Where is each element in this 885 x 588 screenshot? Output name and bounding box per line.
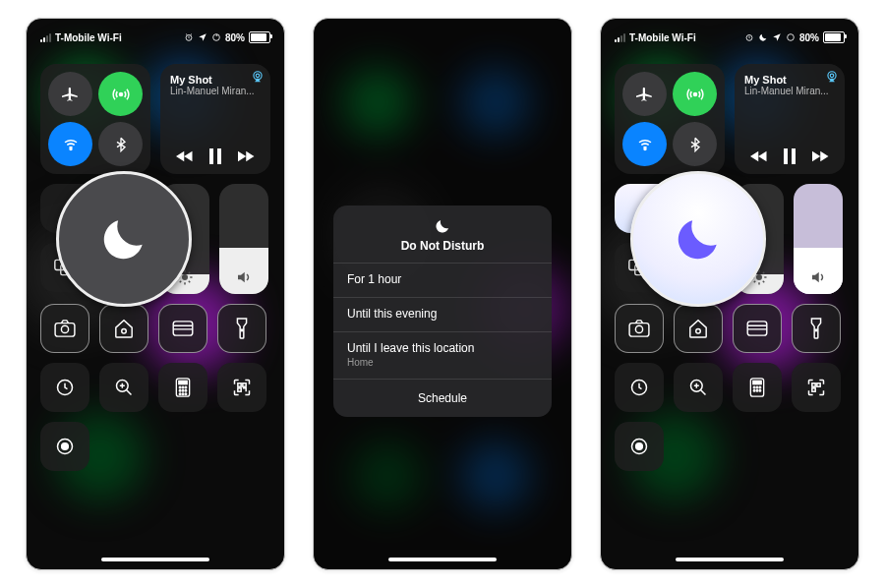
- svg-rect-20: [179, 381, 187, 383]
- svg-rect-62: [812, 383, 815, 386]
- svg-point-57: [756, 386, 758, 388]
- qr-scan-button[interactable]: [792, 363, 841, 412]
- svg-point-59: [753, 390, 755, 392]
- now-playing-title: My Shot: [744, 74, 835, 86]
- status-bar: T-Mobile Wi-Fi 80%: [601, 29, 858, 46]
- svg-point-2: [119, 92, 122, 95]
- screenshot-2-dnd-menu: Do Not Disturb For 1 hour Until this eve…: [313, 18, 572, 570]
- svg-rect-6: [209, 148, 213, 164]
- location-icon: [772, 32, 782, 42]
- flashlight-button[interactable]: [217, 304, 266, 353]
- svg-point-25: [182, 390, 184, 392]
- wallet-button[interactable]: [158, 304, 207, 353]
- bluetooth-toggle[interactable]: [98, 122, 143, 166]
- dnd-callout-on: [630, 171, 766, 307]
- svg-rect-7: [217, 148, 221, 164]
- svg-point-3: [70, 147, 72, 149]
- home-button[interactable]: [99, 304, 148, 353]
- home-button[interactable]: [674, 304, 723, 353]
- rotation-lock-icon: [786, 32, 796, 42]
- svg-rect-63: [817, 383, 820, 386]
- connectivity-tile[interactable]: [40, 64, 150, 174]
- home-indicator[interactable]: [676, 558, 784, 561]
- location-icon: [198, 32, 207, 42]
- timer-button[interactable]: [615, 363, 664, 412]
- dnd-option-until-evening[interactable]: Until this evening: [333, 297, 552, 331]
- wallet-button[interactable]: [733, 304, 782, 353]
- play-pause-button[interactable]: [208, 148, 222, 164]
- moon-icon: [671, 211, 726, 266]
- now-playing-title: My Shot: [170, 74, 261, 86]
- svg-point-66: [636, 443, 643, 450]
- connectivity-tile[interactable]: [615, 64, 725, 174]
- volume-slider[interactable]: [219, 184, 268, 294]
- dnd-schedule-button[interactable]: Schedule: [333, 379, 552, 417]
- prev-track-button[interactable]: [176, 149, 194, 163]
- battery-icon: [249, 31, 270, 43]
- svg-point-38: [644, 147, 646, 149]
- home-indicator[interactable]: [101, 558, 209, 561]
- volume-icon: [809, 268, 827, 286]
- alarm-icon: [184, 32, 194, 42]
- volume-slider[interactable]: [794, 184, 843, 294]
- svg-rect-50: [747, 322, 767, 335]
- calculator-button[interactable]: [733, 363, 782, 412]
- airplane-mode-toggle[interactable]: [622, 72, 667, 116]
- now-playing-artist: Lin-Manuel Miran...: [170, 86, 261, 96]
- moon-icon: [434, 217, 451, 235]
- svg-rect-30: [238, 383, 241, 386]
- screen-record-button[interactable]: [40, 422, 89, 471]
- svg-point-16: [241, 329, 243, 331]
- wifi-toggle[interactable]: [48, 122, 92, 166]
- cellular-data-toggle[interactable]: [673, 72, 717, 116]
- dnd-option-1hour[interactable]: For 1 hour: [333, 263, 552, 297]
- svg-rect-42: [792, 148, 796, 164]
- cellular-data-toggle[interactable]: [98, 72, 143, 116]
- music-tile[interactable]: My Shot Lin-Manuel Miran...: [735, 64, 845, 174]
- svg-point-27: [179, 393, 181, 395]
- dnd-context-menu: Do Not Disturb For 1 hour Until this eve…: [333, 206, 552, 417]
- dnd-option-until-leave[interactable]: Until I leave this location Home: [333, 331, 552, 379]
- qr-scan-button[interactable]: [217, 363, 266, 412]
- screenshot-3-control-center-dnd-on: T-Mobile Wi-Fi 80% My Shot Lin-Manuel Mi…: [600, 18, 859, 570]
- svg-point-56: [753, 386, 755, 388]
- svg-point-29: [185, 393, 187, 395]
- svg-point-34: [62, 443, 69, 450]
- camera-button[interactable]: [615, 304, 664, 353]
- bluetooth-toggle[interactable]: [673, 122, 717, 166]
- dnd-option-location-sub: Home: [347, 357, 538, 369]
- timer-button[interactable]: [40, 363, 89, 412]
- airplay-icon[interactable]: [251, 70, 265, 84]
- calculator-button[interactable]: [158, 363, 207, 412]
- magnifier-button[interactable]: [674, 363, 723, 412]
- magnifier-button[interactable]: [99, 363, 148, 412]
- svg-point-23: [185, 386, 187, 388]
- next-track-button[interactable]: [812, 149, 830, 163]
- battery-pct: 80%: [225, 32, 245, 43]
- dnd-moon-status-icon: [758, 32, 768, 42]
- three-screenshots: T-Mobile Wi-Fi 80% My Shot Lin-Manuel Mi…: [0, 0, 885, 588]
- flashlight-button[interactable]: [792, 304, 841, 353]
- status-bar: T-Mobile Wi-Fi 80%: [27, 29, 284, 46]
- screen-record-button[interactable]: [615, 422, 664, 471]
- dnd-menu-title: Do Not Disturb: [333, 239, 552, 253]
- wifi-toggle[interactable]: [622, 122, 667, 166]
- svg-rect-31: [243, 383, 246, 386]
- dnd-callout-off: [56, 171, 192, 307]
- svg-point-22: [182, 386, 184, 388]
- next-track-button[interactable]: [238, 149, 256, 163]
- svg-point-11: [182, 274, 188, 280]
- home-indicator[interactable]: [388, 558, 497, 561]
- play-pause-button[interactable]: [783, 148, 796, 164]
- rotation-lock-icon: [211, 32, 221, 42]
- svg-point-58: [759, 386, 761, 388]
- music-tile[interactable]: My Shot Lin-Manuel Miran...: [160, 64, 270, 174]
- volume-icon: [235, 268, 253, 286]
- camera-button[interactable]: [40, 304, 89, 353]
- airplane-mode-toggle[interactable]: [48, 72, 92, 116]
- prev-track-button[interactable]: [750, 149, 768, 163]
- airplay-icon[interactable]: [825, 70, 839, 84]
- battery-pct: 80%: [799, 32, 819, 43]
- svg-rect-32: [238, 388, 241, 391]
- svg-point-37: [693, 92, 696, 95]
